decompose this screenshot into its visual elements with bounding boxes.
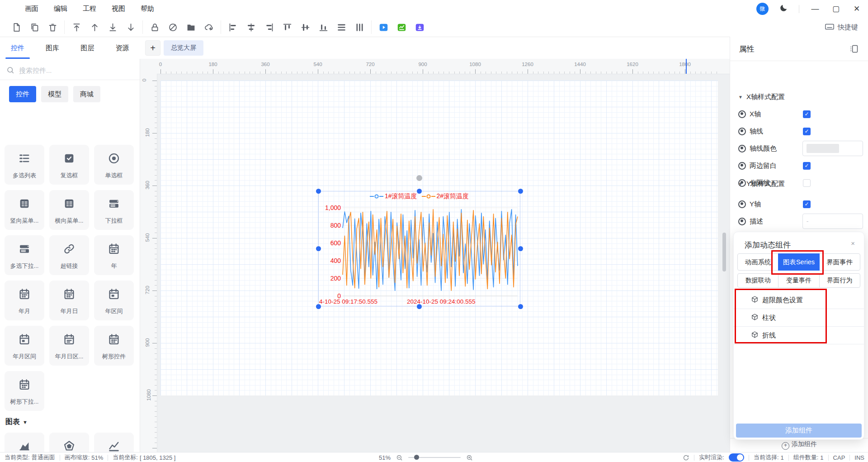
align-left-button[interactable]: [226, 20, 240, 34]
preview-chart-button[interactable]: [394, 20, 409, 34]
checkbox-轴线[interactable]: ✓: [803, 128, 811, 135]
vertical-scrollbar[interactable]: [722, 233, 726, 271]
selection-handle[interactable]: [316, 189, 321, 194]
widget-card-精致面积[interactable]: 精致面积...: [5, 433, 44, 452]
dialog-tab-数据联动[interactable]: 数据联动: [737, 273, 778, 288]
widget-card-年月日区[interactable]: 年月日区...: [49, 326, 89, 366]
zoom-slider-handle[interactable]: [414, 455, 419, 460]
shortcut-keys-button[interactable]: 快捷键: [825, 18, 858, 37]
search-input[interactable]: 搜索控件...: [0, 62, 140, 80]
add-screen-button[interactable]: +: [145, 40, 160, 56]
widget-card-年月[interactable]: 年月: [5, 281, 44, 320]
dialog-tab-动画系统[interactable]: 动画系统: [737, 253, 778, 271]
align-center-v-button[interactable]: [244, 20, 258, 34]
align-right-button[interactable]: [262, 20, 276, 34]
distribute-h-button[interactable]: [352, 20, 367, 34]
menu-画面[interactable]: 画面: [25, 5, 38, 13]
cloud-add-button[interactable]: [202, 20, 216, 34]
dialog-close-icon[interactable]: ×: [851, 239, 855, 247]
zoom-in-icon[interactable]: [466, 454, 473, 461]
close-button[interactable]: ✕: [852, 4, 862, 14]
dialog-item-柱状[interactable]: 柱状: [734, 309, 864, 327]
dialog-tab-界面行为[interactable]: 界面行为: [819, 273, 860, 288]
selection-handle[interactable]: [316, 304, 321, 309]
selection-handle[interactable]: [518, 189, 523, 194]
widget-card-横向菜单[interactable]: 横向菜单...: [49, 190, 89, 230]
section-y-axis[interactable]: ▼ Y轴样式配置: [738, 180, 785, 188]
widget-card-年月日[interactable]: 年月日: [49, 281, 89, 320]
selection-handle[interactable]: [316, 246, 321, 251]
widget-card-树形控件[interactable]: 树形控件: [94, 326, 134, 366]
refresh-icon[interactable]: [683, 454, 689, 461]
trash-button[interactable]: [45, 20, 60, 34]
widget-card-下拉框[interactable]: 下拉框: [94, 190, 134, 230]
align-top-button[interactable]: [280, 20, 294, 34]
lock-button[interactable]: [147, 20, 162, 34]
checkbox-Y轴[interactable]: ✓: [803, 200, 811, 208]
zoom-out-icon[interactable]: [396, 454, 403, 461]
widget-card-折线图[interactable]: 折线图: [94, 433, 134, 452]
widget-card-雷达图[interactable]: 雷达图: [49, 433, 89, 452]
align-middle-h-button[interactable]: [298, 20, 312, 34]
charts-section-header[interactable]: 图表▼: [5, 417, 28, 427]
move-top-button[interactable]: [69, 20, 84, 34]
file-button[interactable]: [9, 20, 24, 34]
add-component-link[interactable]: +添加组件: [730, 440, 868, 450]
move-bottom-button[interactable]: [105, 20, 120, 34]
widget-card-年区间[interactable]: 年区间: [94, 281, 134, 320]
widget-card-单选框[interactable]: 单选框: [94, 145, 134, 185]
dark-mode-icon[interactable]: [779, 4, 788, 14]
dialog-tab-变量事件[interactable]: 变量事件: [778, 273, 819, 288]
widget-card-多选下拉[interactable]: 多选下拉...: [5, 235, 44, 275]
panel-toggle-icon[interactable]: [849, 44, 859, 55]
dialog-tab-图表Series[interactable]: 图表Series: [778, 253, 819, 271]
widget-card-竖向菜单[interactable]: 竖向菜单...: [5, 190, 44, 230]
avatar[interactable]: 微: [756, 3, 769, 15]
rotate-handle[interactable]: [416, 175, 422, 181]
widget-card-超链接[interactable]: 超链接: [49, 235, 89, 275]
menu-编辑[interactable]: 编辑: [54, 5, 67, 13]
menu-视图[interactable]: 视图: [112, 5, 125, 13]
widget-card-树形下拉[interactable]: 树形下拉...: [5, 371, 44, 411]
sidebar-tab-控件[interactable]: 控件: [0, 37, 35, 59]
menu-帮助[interactable]: 帮助: [141, 5, 154, 13]
maximize-button[interactable]: ▢: [831, 4, 841, 14]
section-x-axis[interactable]: ▼ X轴样式配置: [738, 93, 785, 101]
sidebar-tab-资源[interactable]: 资源: [105, 37, 140, 59]
screen-tab[interactable]: 总览大屏: [164, 40, 203, 56]
menu-工程[interactable]: 工程: [83, 5, 96, 13]
filter-模型[interactable]: 模型: [41, 86, 68, 102]
move-down-button[interactable]: [123, 20, 138, 34]
dialog-add-button[interactable]: 添加组件: [736, 424, 862, 438]
folder-button[interactable]: [184, 20, 198, 34]
widget-card-多选列表[interactable]: 多选列表: [5, 145, 44, 185]
selection-handle[interactable]: [417, 304, 422, 309]
dialog-item-超限颜色设置[interactable]: 超限颜色设置: [734, 291, 864, 309]
preview-play-button[interactable]: [376, 20, 391, 34]
sidebar-tab-图层[interactable]: 图层: [70, 37, 105, 59]
filter-商城[interactable]: 商城: [73, 86, 100, 102]
checkbox-两边留白[interactable]: ✓: [803, 162, 811, 170]
distribute-v-button[interactable]: [334, 20, 349, 34]
minimize-button[interactable]: —: [810, 5, 820, 14]
hide-button[interactable]: [165, 20, 180, 34]
zoom-slider[interactable]: [408, 457, 461, 458]
copy-button[interactable]: [27, 20, 42, 34]
selection-handle[interactable]: [518, 304, 523, 309]
dialog-tab-界面事件[interactable]: 界面事件: [819, 253, 860, 271]
filter-控件[interactable]: 控件: [9, 86, 36, 102]
widget-card-年月区间[interactable]: 年月区间: [5, 326, 44, 366]
color-input-轴线颜色[interactable]: [802, 141, 863, 156]
sidebar-tab-图库[interactable]: 图库: [35, 37, 70, 59]
move-up-button[interactable]: [87, 20, 102, 34]
selection-handle[interactable]: [417, 189, 422, 194]
export-download-button[interactable]: [412, 20, 427, 34]
widget-card-年[interactable]: 年: [94, 235, 134, 275]
checkbox-X轴[interactable]: ✓: [803, 110, 811, 118]
selection-handle[interactable]: [518, 246, 523, 251]
dialog-item-折线[interactable]: 折线: [734, 327, 864, 344]
align-bottom-button[interactable]: [316, 20, 330, 34]
text-input-描述[interactable]: -: [802, 214, 863, 229]
checkbox-分隔线[interactable]: [803, 179, 811, 187]
realtime-toggle[interactable]: [729, 453, 744, 462]
